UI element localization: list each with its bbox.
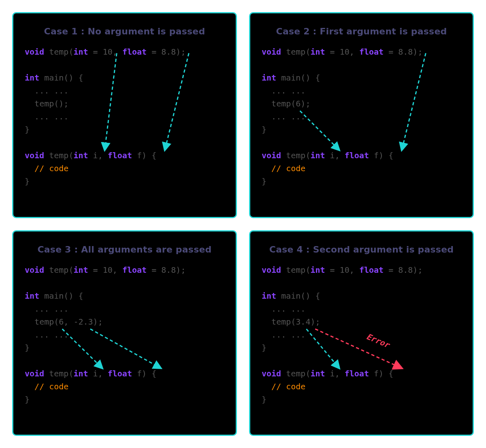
kw-void: void: [25, 47, 44, 57]
kw-float: float: [122, 47, 147, 57]
kw-void: void: [25, 151, 44, 160]
param-f: f: [137, 369, 142, 378]
panel-case-4: Case 4 : Second argument is passed void …: [249, 230, 474, 436]
kw-void: void: [25, 265, 44, 275]
ellipsis: ... ...: [271, 304, 305, 314]
kw-int: int: [73, 151, 88, 160]
panel-title: Case 3 : All arguments are passed: [25, 244, 224, 255]
comment: // code: [271, 382, 305, 391]
fn-name: temp: [286, 47, 305, 57]
kw-int: int: [25, 73, 39, 83]
default-val-1: 10: [103, 47, 113, 57]
param-f: f: [374, 151, 379, 160]
comment: // code: [34, 382, 68, 391]
kw-float: float: [345, 151, 369, 160]
kw-void: void: [262, 151, 281, 160]
kw-void: void: [262, 265, 281, 275]
kw-float: float: [359, 47, 384, 57]
param-i: i: [330, 151, 335, 160]
code-block: void temp(int = 10, float = 8.8); int ma…: [25, 263, 224, 406]
default-val-2: 8.8: [398, 265, 413, 275]
fn-name: temp: [286, 265, 305, 275]
main-name: main: [281, 291, 301, 301]
param-i: i: [330, 369, 335, 378]
param-i: i: [93, 151, 98, 160]
kw-void: void: [25, 369, 44, 378]
comment: // code: [271, 163, 305, 173]
kw-float: float: [359, 265, 384, 275]
panel-case-3: Case 3 : All arguments are passed void t…: [12, 230, 237, 436]
main-name: main: [44, 291, 64, 301]
ellipsis: ... ...: [34, 330, 68, 340]
kw-int: int: [310, 369, 325, 378]
ellipsis: ... ...: [34, 304, 68, 314]
code-block: void temp(int = 10, float = 8.8); int ma…: [262, 45, 461, 188]
kw-int: int: [262, 291, 276, 301]
call-line: temp(6);: [271, 99, 310, 108]
kw-float: float: [122, 265, 147, 275]
fn-name: temp: [286, 369, 305, 378]
fn-name: temp: [49, 265, 68, 275]
panel-grid: Case 1 : No argument is passed void temp…: [12, 12, 474, 436]
ellipsis: ... ...: [271, 330, 305, 340]
panel-title: Case 4 : Second argument is passed: [262, 244, 461, 255]
kw-int: int: [262, 73, 276, 83]
kw-int: int: [310, 265, 325, 275]
ellipsis: ... ...: [34, 112, 68, 121]
param-f: f: [137, 151, 142, 160]
panel-title: Case 1 : No argument is passed: [25, 26, 224, 36]
kw-int: int: [73, 265, 88, 275]
default-val-1: 10: [103, 265, 113, 275]
kw-float: float: [108, 151, 132, 160]
default-val-2: 8.8: [398, 47, 413, 57]
kw-int: int: [310, 47, 325, 57]
fn-name: temp: [286, 151, 305, 160]
default-val-1: 10: [340, 265, 350, 275]
kw-int: int: [310, 151, 325, 160]
code-block: void temp(int = 10, float = 8.8); int ma…: [25, 45, 224, 188]
kw-void: void: [262, 47, 281, 57]
kw-int: int: [25, 291, 39, 301]
call-line: temp(3.4);: [271, 317, 320, 327]
fn-name: temp: [49, 369, 68, 378]
main-name: main: [44, 73, 64, 83]
panel-case-1: Case 1 : No argument is passed void temp…: [12, 12, 237, 218]
comment: // code: [34, 163, 68, 173]
kw-int: int: [73, 47, 88, 57]
ellipsis: ... ...: [271, 112, 305, 121]
kw-float: float: [108, 369, 132, 378]
param-f: f: [374, 369, 379, 378]
kw-float: float: [345, 369, 369, 378]
code-block: void temp(int = 10, float = 8.8); int ma…: [262, 263, 461, 406]
default-val-2: 8.8: [161, 47, 176, 57]
kw-void: void: [262, 369, 281, 378]
kw-int: int: [73, 369, 88, 378]
main-name: main: [281, 73, 301, 83]
param-i: i: [93, 369, 98, 378]
default-val-1: 10: [340, 47, 350, 57]
ellipsis: ... ...: [271, 86, 305, 96]
call-line: temp();: [34, 99, 68, 108]
default-val-2: 8.8: [161, 265, 176, 275]
panel-title: Case 2 : First argument is passed: [262, 26, 461, 36]
call-line: temp(6, -2.3);: [34, 317, 103, 327]
fn-name: temp: [49, 151, 68, 160]
panel-case-2: Case 2 : First argument is passed void t…: [249, 12, 474, 218]
fn-name: temp: [49, 47, 68, 57]
ellipsis: ... ...: [34, 86, 68, 96]
